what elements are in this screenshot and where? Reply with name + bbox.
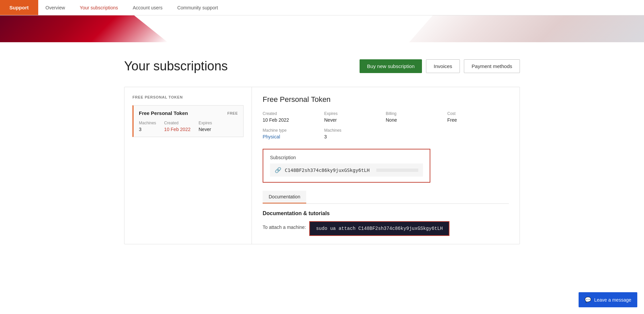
- subscription-key-row[interactable]: 🔗 C148BF2sh374c86ky9juxGSkgy6tLH: [270, 164, 423, 177]
- subscription-meta-grid: Created 10 Feb 2022 Expires Never Billin…: [263, 111, 509, 139]
- detail-expires: Expires Never: [324, 111, 386, 123]
- subscription-left-panel: FREE PERSONAL TOKEN Free Personal Token …: [124, 87, 252, 244]
- subscription-item-name: Free Personal Token: [139, 110, 188, 116]
- subscription-list-item[interactable]: Free Personal Token FREE Machines 3 Crea…: [132, 105, 244, 137]
- doc-command-box[interactable]: sudo ua attach C148BF2sh374c86ky9juxGSkg…: [309, 221, 449, 236]
- subscription-box-label: Subscription: [270, 155, 423, 160]
- doc-attach-text: To attach a machine:: [263, 225, 306, 230]
- tab-documentation[interactable]: Documentation: [263, 191, 306, 203]
- detail-machines-value: 3: [324, 134, 386, 139]
- key-spacer: [376, 169, 418, 172]
- navigation: Support Overview Your subscriptions Acco…: [0, 0, 644, 15]
- doc-section-title: Documentation & tutorials: [263, 210, 509, 216]
- page-title: Your subscriptions: [124, 59, 228, 73]
- nav-links: Overview Your subscriptions Account user…: [38, 0, 225, 15]
- expires-value: Never: [199, 127, 212, 132]
- detail-machines: Machines 3: [324, 128, 386, 139]
- hero-right-gradient: [409, 15, 644, 42]
- machines-label: Machines: [139, 121, 156, 125]
- page-header: Your subscriptions Buy new subscription …: [124, 59, 520, 73]
- page-content: Your subscriptions Buy new subscription …: [104, 42, 540, 261]
- detail-created-value: 10 Feb 2022: [263, 117, 324, 123]
- detail-machine-type-label: Machine type: [263, 128, 324, 133]
- nav-link-community-support[interactable]: Community support: [170, 0, 225, 15]
- link-icon: 🔗: [275, 167, 281, 173]
- subscription-key-value: C148BF2sh374c86ky9juxGSkgy6tLH: [285, 168, 370, 173]
- subscription-card: FREE PERSONAL TOKEN Free Personal Token …: [124, 87, 520, 244]
- machines-value: 3: [139, 127, 156, 132]
- subscription-item-badge: FREE: [227, 111, 238, 115]
- subscription-item-details: Machines 3 Created 10 Feb 2022 Expires N…: [139, 121, 238, 132]
- hero-left-gradient: [0, 15, 168, 42]
- created-column: Created 10 Feb 2022: [164, 121, 191, 132]
- detail-cost: Cost Free: [447, 111, 509, 123]
- page-actions: Buy new subscription Invoices Payment me…: [360, 59, 520, 73]
- invoices-button[interactable]: Invoices: [426, 59, 460, 73]
- detail-billing-value: None: [386, 117, 447, 123]
- documentation-content: Documentation & tutorials To attach a ma…: [263, 210, 509, 236]
- detail-cost-value: Free: [447, 117, 509, 123]
- detail-cost-label: Cost: [447, 111, 509, 116]
- subscription-right-panel: Free Personal Token Created 10 Feb 2022 …: [252, 87, 520, 244]
- nav-link-overview[interactable]: Overview: [38, 0, 72, 15]
- machines-column: Machines 3: [139, 121, 156, 132]
- created-value: 10 Feb 2022: [164, 127, 191, 132]
- hero-banner-background: [0, 15, 644, 42]
- buy-new-subscription-button[interactable]: Buy new subscription: [360, 59, 422, 73]
- detail-machines-label: Machines: [324, 128, 386, 133]
- detail-billing-label: Billing: [386, 111, 447, 116]
- subscription-detail-title: Free Personal Token: [263, 95, 509, 104]
- detail-machine-type-value: Physical: [263, 134, 324, 139]
- created-label: Created: [164, 121, 191, 125]
- detail-machine-type: Machine type Physical: [263, 128, 324, 139]
- detail-created: Created 10 Feb 2022: [263, 111, 324, 123]
- detail-billing: Billing None: [386, 111, 447, 123]
- payment-methods-button[interactable]: Payment methods: [464, 59, 520, 73]
- subscription-key-box: Subscription 🔗 C148BF2sh374c86ky9juxGSkg…: [263, 149, 430, 183]
- nav-support-item[interactable]: Support: [0, 0, 38, 15]
- expires-column: Expires Never: [199, 121, 212, 132]
- subscription-section-label: FREE PERSONAL TOKEN: [132, 95, 244, 99]
- doc-command-text: sudo ua attach C148BF2sh374c86ky9juxGSkg…: [316, 226, 443, 231]
- detail-created-label: Created: [263, 111, 324, 116]
- hero-banner: [0, 15, 644, 42]
- doc-attach-row: To attach a machine: sudo ua attach C148…: [263, 221, 509, 236]
- subscription-item-header: Free Personal Token FREE: [139, 110, 238, 116]
- detail-expires-value: Never: [324, 117, 386, 123]
- detail-expires-label: Expires: [324, 111, 386, 116]
- expires-label: Expires: [199, 121, 212, 125]
- nav-link-account-users[interactable]: Account users: [125, 0, 170, 15]
- doc-tabs: Documentation: [263, 191, 509, 204]
- nav-link-your-subscriptions[interactable]: Your subscriptions: [72, 0, 125, 15]
